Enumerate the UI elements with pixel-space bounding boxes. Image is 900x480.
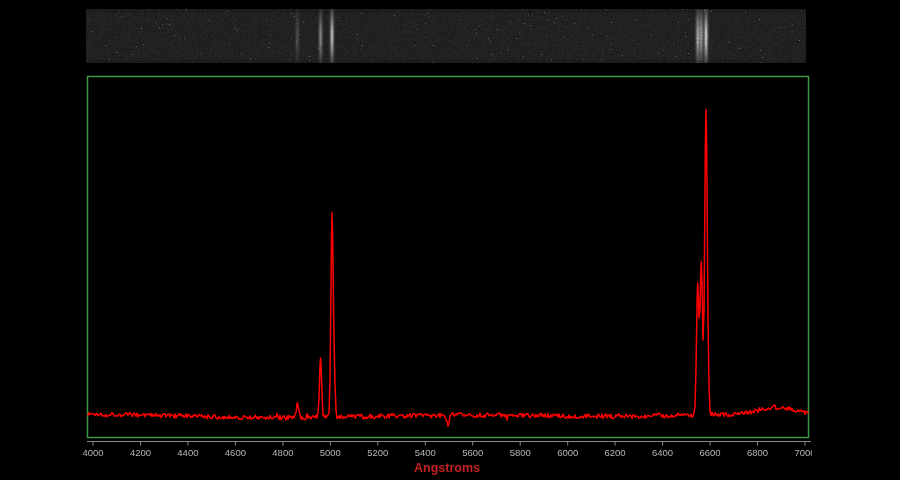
x-axis-tick-label: 4000 — [82, 447, 103, 458]
x-axis-label: Angstroms — [414, 461, 480, 475]
x-axis-tick-label: 5400 — [415, 447, 436, 458]
x-axis-tick-label: 6400 — [652, 447, 673, 458]
spectrum-plot[interactable]: 4000420044004600480050005200540056005800… — [0, 0, 900, 480]
x-axis-tick-label: 4800 — [272, 447, 293, 458]
x-axis-ticks — [93, 442, 805, 446]
x-axis-tick-label: 6800 — [747, 447, 768, 458]
x-axis-tick-label: 5600 — [462, 447, 483, 458]
spectroscopy-app-window: 4000420044004600480050005200540056005800… — [0, 0, 900, 480]
x-axis-tick-label: 6000 — [557, 447, 578, 458]
x-axis-tick-label: 6200 — [605, 447, 626, 458]
x-axis-tick-label: 4600 — [225, 447, 246, 458]
x-axis-tick-label: 5800 — [510, 447, 531, 458]
x-axis-tick-label: 4400 — [177, 447, 198, 458]
x-axis-tick-label: 5000 — [320, 447, 341, 458]
x-axis-tick-labels: 4000420044004600480050005200540056005800… — [82, 447, 815, 458]
x-axis-tick-label: 4200 — [130, 447, 151, 458]
x-axis-tick-label: 7000 — [794, 447, 815, 458]
spectrum-trace-line — [88, 110, 808, 427]
x-axis-tick-label: 6600 — [700, 447, 721, 458]
x-axis-tick-label: 5200 — [367, 447, 388, 458]
plot-border — [88, 77, 809, 438]
